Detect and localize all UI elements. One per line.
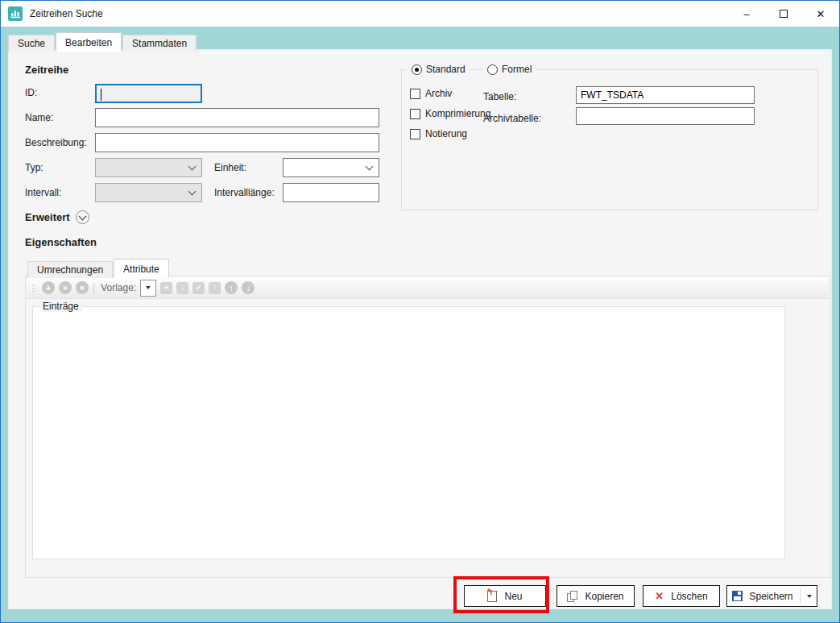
text-caret (101, 89, 101, 101)
neu-button-label: Neu (504, 591, 522, 602)
radio-unselected-icon (487, 64, 498, 75)
einheit-dropdown[interactable] (283, 158, 379, 177)
options-groupbox: Standard Formel Archiv Komprimierung Not… (401, 69, 818, 210)
minimize-button[interactable]: – (728, 1, 765, 27)
id-label: ID: (25, 87, 37, 98)
radio-formel[interactable]: Formel (482, 64, 536, 75)
bar-chart-icon (8, 6, 23, 21)
eintraege-label: Einträge (39, 301, 82, 312)
loeschen-button-label: Löschen (671, 591, 707, 602)
checkbox-icon (410, 89, 420, 99)
radio-standard-label: Standard (426, 64, 466, 75)
vorlage-dropdown[interactable] (140, 280, 156, 297)
template-add-icon[interactable]: + (160, 282, 172, 294)
maximize-button[interactable] (765, 1, 802, 27)
checkbox-icon (410, 129, 420, 139)
checkbox-komprimierung[interactable]: Komprimierung (410, 108, 490, 119)
window-title: Zeitreihen Suche (30, 8, 103, 19)
move-down-button[interactable]: ↓ (242, 281, 254, 294)
zeitreihen-suche-window: Zeitreihen Suche – ✕ Suche Bearbeiten St… (0, 0, 840, 623)
tab-suche[interactable]: Suche (8, 35, 55, 52)
kopieren-button[interactable]: Kopieren (557, 585, 635, 607)
archivtabelle-field[interactable] (576, 107, 755, 125)
remove-entry-button[interactable]: × (59, 281, 72, 294)
loeschen-button[interactable]: ✕ Löschen (643, 585, 720, 607)
radio-standard[interactable]: Standard (407, 64, 470, 75)
tab-umrechnungen[interactable]: Umrechnungen (27, 261, 113, 278)
speichern-button-label: Speichern (749, 591, 792, 602)
typ-label: Typ: (25, 162, 43, 173)
eigenschaften-tabstrip: Umrechnungen Attribute (27, 259, 170, 278)
typ-dropdown[interactable] (95, 158, 202, 177)
einheit-label: Einheit: (214, 162, 246, 173)
name-field[interactable] (95, 108, 379, 127)
checkbox-icon (410, 109, 420, 119)
window-frame: Suche Bearbeiten Stammdaten Zeitreihe ID… (1, 27, 839, 622)
attribute-tab-page: ⋮ + × × | Vorlage: + ↓ ✓ ↑ ↑ ↓ Einträge (25, 276, 830, 578)
beschreibung-field[interactable] (95, 133, 379, 152)
checkbox-archiv-label: Archiv (425, 88, 452, 99)
delete-x-icon: ✕ (655, 590, 664, 602)
tabelle-label: Tabelle: (483, 91, 516, 102)
toolbar-separator: | (93, 282, 95, 293)
tab-attribute[interactable]: Attribute (114, 259, 169, 278)
copy-icon (567, 591, 577, 602)
checkbox-archiv[interactable]: Archiv (410, 88, 452, 99)
kopieren-button-label: Kopieren (585, 591, 623, 602)
close-button[interactable]: ✕ (802, 1, 839, 27)
save-floppy-icon (732, 591, 743, 601)
template-export-icon[interactable]: ↑ (209, 282, 221, 294)
chevron-down-icon (188, 187, 197, 195)
close-icon: ✕ (817, 8, 826, 20)
radio-selected-icon (412, 64, 422, 75)
checkbox-notierung[interactable]: Notierung (410, 128, 467, 139)
speichern-button[interactable]: Speichern (726, 585, 817, 607)
attribute-toolbar: ⋮ + × × | Vorlage: + ↓ ✓ ↑ ↑ ↓ (27, 277, 829, 299)
tabelle-field[interactable] (576, 86, 755, 104)
intervall-dropdown[interactable] (95, 183, 202, 202)
main-tabstrip: Suche Bearbeiten Stammdaten (8, 35, 197, 52)
radio-formel-label: Formel (502, 64, 532, 75)
archivtabelle-label: Archivtabelle: (483, 113, 541, 124)
minimize-icon: – (743, 8, 749, 20)
chevron-down-icon (188, 162, 197, 170)
titlebar: Zeitreihen Suche – ✕ (1, 1, 839, 27)
id-field[interactable] (95, 84, 202, 103)
erweitert-toggle[interactable]: Erweitert (25, 210, 89, 224)
expand-chevron-icon[interactable] (76, 210, 89, 224)
add-entry-button[interactable]: + (42, 281, 55, 294)
maximize-icon (780, 10, 788, 18)
name-label: Name: (25, 112, 53, 123)
intervall-label: Intervall: (25, 187, 61, 198)
move-up-button[interactable]: ↑ (225, 281, 238, 294)
toolbar-grip-handle[interactable]: ⋮ (29, 283, 37, 293)
checkbox-notierung-label: Notierung (425, 128, 467, 139)
clear-entries-button[interactable]: × (76, 281, 89, 294)
checkbox-komprimierung-label: Komprimierung (425, 108, 490, 119)
eigenschaften-heading: Eigenschaften (25, 236, 97, 248)
speichern-dropdown-caret-icon[interactable] (807, 595, 812, 598)
new-document-icon: ↰ (487, 591, 497, 602)
eintraege-groupbox[interactable]: Einträge (32, 306, 785, 559)
button-divider (800, 589, 801, 603)
zeitreihe-heading: Zeitreihe (25, 64, 68, 76)
erweitert-label: Erweitert (25, 211, 70, 223)
intervalllaenge-field[interactable] (283, 183, 379, 202)
chevron-down-icon (366, 162, 374, 170)
template-apply-icon[interactable]: ✓ (192, 282, 205, 294)
intervalllaenge-label: Intervalllänge: (214, 187, 275, 198)
template-load-icon[interactable]: ↓ (176, 282, 188, 294)
neu-button[interactable]: ↰ Neu (464, 585, 546, 607)
vorlage-label: Vorlage: (101, 282, 136, 293)
tab-stammdaten[interactable]: Stammdaten (122, 35, 197, 52)
chevron-down-icon (146, 286, 151, 289)
tab-bearbeiten[interactable]: Bearbeiten (56, 32, 122, 52)
bearbeiten-tab-page: Zeitreihe ID: Name: Beschreibung: Typ: E… (8, 49, 832, 609)
beschreibung-label: Beschreibung: (25, 137, 87, 148)
